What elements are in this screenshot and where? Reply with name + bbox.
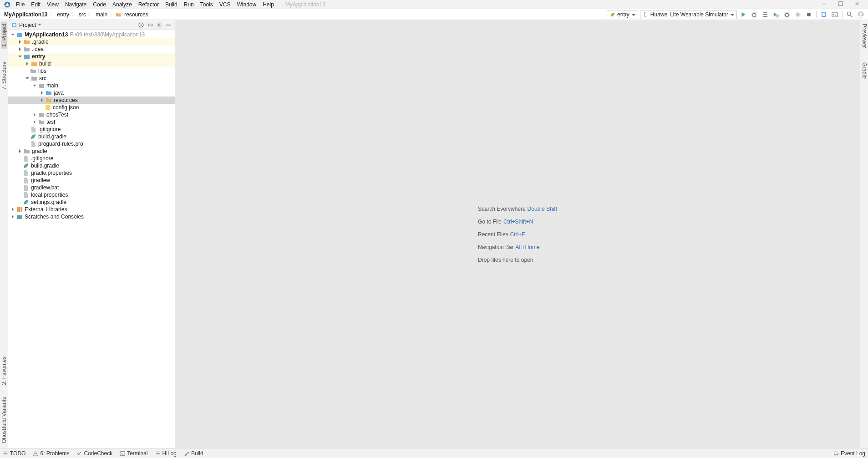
tree-build[interactable]: build xyxy=(8,60,175,67)
file-icon xyxy=(23,170,29,176)
breadcrumb[interactable]: MyApplication13 〉 entry 〉 src 〉 main 〉 r… xyxy=(3,11,150,18)
run-config-combo[interactable]: entry xyxy=(607,10,638,19)
tree-config[interactable]: config.json xyxy=(8,104,175,111)
gutter-gradle-tab[interactable]: Gradle xyxy=(861,61,868,81)
tree-resources[interactable]: resources xyxy=(8,97,175,104)
window-close-icon[interactable] xyxy=(854,1,860,8)
hide-button[interactable] xyxy=(165,21,172,29)
breadcrumb-main[interactable]: main xyxy=(94,11,109,18)
folder-icon xyxy=(31,61,37,67)
warn-icon xyxy=(33,451,38,456)
project-view-icon xyxy=(11,22,17,28)
folder-icon xyxy=(16,31,23,38)
tree-gradlew[interactable]: gradlew xyxy=(8,177,175,184)
file-icon xyxy=(23,199,29,205)
tree-java[interactable]: java xyxy=(8,89,175,97)
breadcrumb-root[interactable]: MyApplication13 xyxy=(3,11,49,18)
tree-ohostest[interactable]: ohosTest xyxy=(8,111,175,118)
tree-scratches[interactable]: Scratches and Consoles xyxy=(8,213,175,220)
status-hilog[interactable]: HiLog xyxy=(155,450,177,457)
menu-tools[interactable]: Tools xyxy=(197,1,216,8)
gutter-previewer-tab[interactable]: Previewer xyxy=(861,22,868,50)
tree-root[interactable]: MyApplication13 F:\09.test\330\MyApplica… xyxy=(8,31,175,38)
window-minimize-icon[interactable] xyxy=(822,1,827,8)
menu-analyze[interactable]: Analyze xyxy=(109,1,135,8)
tree-root-build-gradle[interactable]: build.gradle xyxy=(8,162,175,169)
window-maximize-icon[interactable] xyxy=(838,1,843,8)
breadcrumb-entry[interactable]: entry xyxy=(56,11,71,18)
tree-local-props[interactable]: local.properties xyxy=(8,191,175,198)
tree-proguard[interactable]: proguard-rules.pro xyxy=(8,140,175,148)
folder-icon xyxy=(30,68,36,74)
tree-main[interactable]: main xyxy=(8,82,175,89)
tree-gradlew-bat[interactable]: gradlew.bat xyxy=(8,184,175,191)
terminal-icon xyxy=(120,451,125,456)
breadcrumb-src[interactable]: src xyxy=(77,11,87,18)
menu-refactor[interactable]: Refactor xyxy=(135,1,162,8)
device-combo[interactable]: Huawei Lite Wearable Simulator xyxy=(640,10,737,19)
menu-code[interactable]: Code xyxy=(90,1,109,8)
settings-button[interactable] xyxy=(156,21,163,29)
svg-rect-19 xyxy=(21,207,22,212)
file-icon xyxy=(30,126,36,132)
menu-help[interactable]: Help xyxy=(259,1,277,8)
menu-window[interactable]: Window xyxy=(233,1,259,8)
run-button[interactable] xyxy=(739,10,748,19)
sidebar-view-combo[interactable]: Project xyxy=(19,22,41,28)
editor-hints: Search Everywhere Double Shift Go to Fil… xyxy=(478,199,557,269)
tree-entry[interactable]: entry xyxy=(8,53,175,60)
tree-src[interactable]: src xyxy=(8,75,175,82)
status-todo[interactable]: TODO xyxy=(3,450,25,457)
folder-icon xyxy=(24,148,30,154)
menu-build[interactable]: Build xyxy=(162,1,181,8)
tree-gitignore[interactable]: .gitignore xyxy=(8,126,175,133)
tree-root-path: F:\09.test\330\MyApplication13 xyxy=(70,31,145,38)
breadcrumb-resources[interactable]: resources xyxy=(123,11,150,18)
tree-test[interactable]: test xyxy=(8,118,175,126)
menu-view[interactable]: View xyxy=(44,1,62,8)
run-tests-button[interactable] xyxy=(793,10,802,19)
gutter-structure-tab[interactable]: 7: Structure xyxy=(1,60,7,92)
menu-navigate[interactable]: Navigate xyxy=(62,1,90,8)
statusbar: TODO 6: Problems CodeCheck Terminal HiLo… xyxy=(0,448,868,458)
editor-empty-state[interactable]: Search Everywhere Double Shift Go to Fil… xyxy=(175,20,860,448)
stop-button[interactable] xyxy=(804,10,813,19)
project-tree[interactable]: MyApplication13 F:\09.test\330\MyApplica… xyxy=(8,30,175,448)
tree-libs[interactable]: libs xyxy=(8,67,175,75)
gutter-favorites-tab[interactable]: 2: Favorites xyxy=(1,355,7,387)
gutter-project-tab[interactable]: 1: Project xyxy=(1,22,7,49)
tree-gradle-dir[interactable]: .gradle xyxy=(8,38,175,46)
search-everywhere-button[interactable] xyxy=(845,10,854,19)
account-button[interactable] xyxy=(856,10,865,19)
folder-icon xyxy=(24,39,30,45)
tree-gradle-props[interactable]: gradle.properties xyxy=(8,169,175,177)
tree-ext-libs[interactable]: External Libraries xyxy=(8,206,175,213)
device-label: Huawei Lite Wearable Simulator xyxy=(650,11,728,18)
file-icon xyxy=(23,163,29,169)
status-codecheck[interactable]: CodeCheck xyxy=(76,450,112,457)
locate-button[interactable] xyxy=(137,21,145,29)
status-problems[interactable]: 6: Problems xyxy=(33,450,69,457)
sidebar-header: Project xyxy=(8,20,175,30)
tree-gradle-folder[interactable]: gradle xyxy=(8,148,175,155)
layout-button-1[interactable] xyxy=(819,10,828,19)
tree-idea-dir[interactable]: .idea xyxy=(8,46,175,53)
folder-icon xyxy=(116,12,121,17)
collapse-all-button[interactable] xyxy=(147,21,154,29)
menu-file[interactable]: File xyxy=(13,1,28,8)
tree-build-gradle[interactable]: build.gradle xyxy=(8,133,175,140)
layout-button-2[interactable] xyxy=(830,10,839,19)
status-eventlog[interactable]: Event Log xyxy=(833,450,865,457)
menu-run[interactable]: Run xyxy=(181,1,197,8)
tree-settings-gradle[interactable]: settings.gradle xyxy=(8,198,175,206)
tree-root-gitignore[interactable]: .gitignore xyxy=(8,155,175,162)
menu-edit[interactable]: Edit xyxy=(28,1,44,8)
gutter-ohosbuild-tab[interactable]: OhosBuild Variants xyxy=(1,395,7,445)
status-build[interactable]: Build xyxy=(184,450,203,457)
debug-button[interactable] xyxy=(750,10,759,19)
profile-button[interactable] xyxy=(772,10,781,19)
attach-button[interactable] xyxy=(782,10,792,19)
coverage-button[interactable] xyxy=(761,10,770,19)
status-terminal[interactable]: Terminal xyxy=(120,450,147,457)
menu-vcs[interactable]: VCS xyxy=(216,1,234,8)
